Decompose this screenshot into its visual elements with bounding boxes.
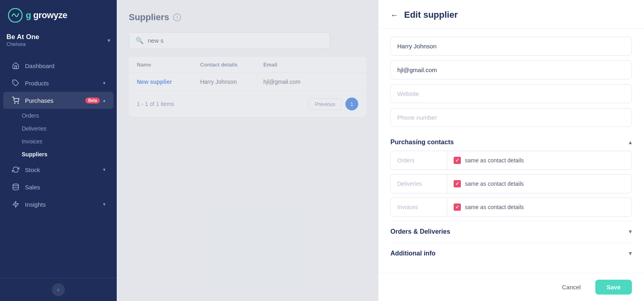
supplier-website-field[interactable]: Website [390,84,632,103]
additional-info-title: Additional info [390,250,436,257]
sidebar-item-deliveries[interactable]: Deliveries [22,122,117,135]
supplier-phone-field[interactable]: Phone number [390,108,632,127]
orders-deliveries-title: Orders & Deliveries [390,228,450,235]
edit-panel-header: ← Edit supplier [378,0,644,29]
sidebar-item-label: Dashboard [25,62,105,69]
invoices-check-text: same as contact details [465,204,524,210]
invoices-contact-label: Invoices [391,198,447,216]
pagination: 1 - 1 of 1 items Previous 1 [129,91,366,117]
cart-icon [11,97,20,104]
sidebar: g growyze Be At One Chelsea ▾ Dashboard [0,0,117,301]
org-name: Be At One [6,33,39,41]
orders-deliveries-header[interactable]: Orders & Deliveries ▾ [390,221,632,240]
sidebar-item-label: Stock [25,166,103,173]
orders-contact-row: Orders same as contact details [390,151,632,170]
additional-info-chevron-icon: ▾ [629,249,632,257]
supplier-name-field[interactable]: Harry Johnson [390,37,632,56]
suppliers-header: Suppliers i [129,12,366,23]
purchasing-contacts-section-header[interactable]: Purchasing contacts ▴ [390,132,632,151]
orders-contact-label: Orders [391,151,447,170]
beta-badge: Beta [85,98,100,104]
save-button[interactable]: Save [595,280,632,295]
invoices-contact-row: Invoices same as contact details [390,197,632,217]
table-row: New supplier Harry Johnson hjl@gmail.com [129,73,366,91]
deliveries-contact-row: Deliveries same as contact details [390,174,632,193]
supplier-contact-cell: Harry Johnson [200,79,263,85]
orders-checkbox[interactable] [454,157,461,164]
invoices-contact-check[interactable]: same as contact details [447,198,632,216]
orders-deliveries-chevron-icon: ▾ [629,228,632,235]
sidebar-item-label: Insights [25,201,103,208]
svg-point-4 [13,184,19,186]
sidebar-item-label: Purchases [25,97,85,104]
growyze-logo-icon [8,8,23,23]
back-button[interactable]: ← [390,10,398,20]
collapse-sidebar-button[interactable]: ‹ [52,283,65,296]
org-chevron-icon: ▾ [107,37,110,44]
pagination-text: 1 - 1 of 1 items [137,101,174,107]
logo-text: g growyze [26,10,67,21]
search-icon: 🔍 [136,37,144,44]
orders-check-text: same as contact details [465,157,524,164]
home-icon [11,62,20,69]
purchases-sub-nav: Orders Deliveries Invoices Suppliers [0,109,117,161]
sidebar-item-label: Products [25,80,103,87]
deliveries-contact-label: Deliveries [391,174,447,193]
sidebar-nav: Dashboard Products ▾ Purchases Beta ▴ [0,54,117,278]
svg-point-2 [14,103,15,104]
deliveries-check-text: same as contact details [465,181,524,187]
col-contact: Contact details [200,62,263,68]
sidebar-item-stock[interactable]: Stock ▾ [3,161,114,178]
search-input[interactable] [148,37,323,44]
deliveries-contact-check[interactable]: same as contact details [447,174,632,193]
info-icon[interactable]: i [173,13,181,21]
org-selector[interactable]: Be At One Chelsea ▾ [0,29,117,54]
org-sub: Chelsea [6,41,39,47]
purchasing-contacts-title: Purchasing contacts [390,139,454,146]
invoices-checkbox[interactable] [454,203,461,211]
cancel-button[interactable]: Cancel [552,280,590,295]
col-extra [326,62,358,68]
refresh-icon [11,166,20,173]
chevron-down-icon: ▾ [103,201,105,207]
supplier-email-cell: hjl@gmail.com [263,79,326,85]
orders-deliveries-section: Orders & Deliveries ▾ [390,221,632,240]
center-area: Suppliers i 🔍 Name Contact details Email… [117,0,378,301]
sidebar-item-products[interactable]: Products ▾ [3,75,114,91]
chevron-up-icon: ▴ [103,98,105,103]
suppliers-title: Suppliers [129,12,169,23]
suppliers-panel: Suppliers i 🔍 Name Contact details Email… [117,0,378,301]
edit-panel-title: Edit supplier [404,10,458,20]
sidebar-logo: g growyze [0,0,117,29]
sidebar-item-sales[interactable]: Sales [3,179,114,195]
sidebar-item-insights[interactable]: Insights ▾ [3,196,114,213]
additional-info-section: Additional info ▾ [390,243,632,262]
sidebar-item-dashboard[interactable]: Dashboard [3,57,114,74]
purchasing-contacts-chevron-icon: ▴ [629,138,632,146]
table-header: Name Contact details Email [129,57,366,73]
search-bar: 🔍 [129,32,330,49]
sidebar-item-invoices[interactable]: Invoices [22,135,117,148]
rocket-icon [11,201,20,208]
edit-panel-footer: Cancel Save [378,273,644,301]
col-name: Name [137,62,200,68]
additional-info-header[interactable]: Additional info ▾ [390,243,632,262]
edit-form: Harry Johnson hjl@gmail.com Website Phon… [378,29,644,273]
orders-contact-check[interactable]: same as contact details [447,151,632,170]
supplier-email-field[interactable]: hjl@gmail.com [390,60,632,79]
stack-icon [11,183,20,191]
suppliers-table: Name Contact details Email New supplier … [129,57,366,117]
sidebar-item-purchases[interactable]: Purchases Beta ▴ [3,92,114,109]
page-number-1[interactable]: 1 [345,98,358,110]
deliveries-checkbox[interactable] [454,180,461,187]
col-email: Email [263,62,326,68]
sidebar-bottom: ‹ [0,278,117,301]
sidebar-item-orders[interactable]: Orders [22,109,117,122]
tag-icon [11,79,20,87]
supplier-name-cell[interactable]: New supplier [137,79,200,85]
previous-button[interactable]: Previous [308,98,342,110]
sidebar-item-suppliers[interactable]: Suppliers [22,148,117,161]
sidebar-item-label: Sales [25,184,105,191]
svg-point-3 [18,103,19,104]
edit-supplier-panel: ← Edit supplier Harry Johnson hjl@gmail.… [378,0,644,301]
